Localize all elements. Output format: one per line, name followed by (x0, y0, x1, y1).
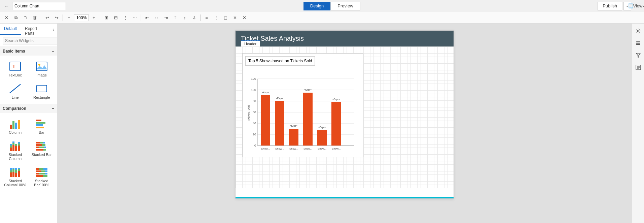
widget-stacked-column[interactable]: Stacked Column (3, 138, 28, 163)
svg-rect-45 (18, 171, 20, 177)
widget-stacked-bar[interactable]: Stacked Bar (29, 138, 55, 163)
new-btn[interactable]: 🗋 (21, 13, 30, 22)
search-bar: 🔍 (0, 35, 57, 47)
widget-textbox[interactable]: T TextBox (3, 58, 28, 79)
row-sep-btn[interactable]: ⋯ (130, 13, 139, 22)
svg-marker-98 (636, 53, 640, 57)
chart-svg: 0 20 40 60 80 100 120 Tickets Sold (247, 70, 358, 151)
publish-button[interactable]: Publish (598, 2, 622, 10)
svg-rect-16 (10, 146, 12, 148)
filter-panel-btn[interactable] (634, 51, 643, 60)
widget-stacked-col100[interactable]: Stacked Column100% (3, 164, 28, 189)
copy-btn[interactable]: ⧉ (11, 13, 20, 22)
design-button[interactable]: Design (303, 2, 330, 10)
more-btn3[interactable]: ◻ (221, 13, 230, 22)
svg-rect-23 (18, 146, 20, 151)
svg-rect-18 (12, 145, 14, 151)
layers-panel-btn[interactable] (634, 38, 643, 48)
settings-panel-btn[interactable] (634, 26, 643, 36)
svg-rect-30 (42, 144, 45, 146)
zoom-out-btn[interactable]: − (65, 13, 73, 22)
svg-text:Show...: Show... (289, 147, 298, 150)
svg-text:Show...: Show... (303, 147, 312, 150)
preview-button[interactable]: Preview (330, 2, 360, 10)
canvas-page: Ticket Sales Analysis Header Top 5 Shows… (235, 30, 454, 199)
stacked-col100-label: Stacked Column100% (4, 179, 27, 187)
right-panel (632, 24, 644, 223)
chart-widget[interactable]: Top 5 Shows based on Tickets Sold 0 20 4… (242, 53, 363, 157)
more-btn5[interactable]: ✕ (240, 13, 249, 22)
svg-rect-56 (45, 173, 47, 174)
header-tab[interactable]: Header (241, 40, 260, 46)
more-btn1[interactable]: ≡ (202, 13, 211, 22)
svg-text:Show...: Show... (332, 147, 341, 150)
svg-text:«Expr»: «Expr» (262, 91, 269, 94)
table-btn[interactable]: ⊟ (111, 13, 120, 22)
widget-image[interactable]: Image (29, 58, 55, 79)
tab-report-parts[interactable]: Report Parts (21, 24, 50, 35)
svg-rect-15 (10, 148, 12, 151)
zoom-in-btn[interactable]: + (90, 13, 98, 22)
svg-rect-12 (36, 122, 45, 124)
stacked-bar100-label: Stacked Bar100% (31, 179, 53, 187)
align-middle-btn[interactable]: ↕ (180, 13, 189, 22)
redo-btn[interactable]: ↪ (52, 13, 61, 22)
align-left-btn[interactable]: ⇤ (143, 13, 151, 22)
svg-rect-53 (45, 170, 47, 172)
back-button[interactable]: ← (3, 2, 11, 10)
svg-rect-36 (10, 172, 12, 177)
panel-tabs: Default Report Parts ‹ (0, 24, 57, 35)
undo-btn[interactable]: ↩ (43, 13, 51, 22)
report-title-input[interactable] (12, 2, 66, 10)
view-button[interactable]: 📃 View ⌄ (633, 2, 641, 10)
svg-rect-34 (36, 149, 43, 151)
svg-point-3 (38, 64, 40, 66)
widget-line[interactable]: Line (3, 81, 28, 101)
zoom-level: 100% (74, 14, 89, 21)
svg-rect-41 (12, 168, 14, 169)
bar-chart-icon (35, 118, 48, 130)
svg-text:«Expr»: «Expr» (332, 98, 340, 101)
comparison-collapse[interactable]: − (52, 106, 54, 111)
svg-rect-33 (44, 147, 46, 148)
widget-column[interactable]: Column (3, 116, 28, 136)
delete-btn[interactable]: 🗑 (30, 13, 39, 22)
search-input[interactable] (3, 37, 58, 44)
widget-bar[interactable]: Bar (29, 116, 55, 136)
svg-rect-17 (10, 144, 12, 146)
align-right-btn[interactable]: ⇥ (162, 13, 170, 22)
tab-default[interactable]: Default (0, 24, 21, 35)
widget-stacked-bar100[interactable]: Stacked Bar100% (29, 164, 55, 189)
svg-text:Show...: Show... (318, 147, 326, 150)
svg-rect-49 (39, 168, 43, 170)
svg-rect-80 (289, 129, 298, 146)
edit-panel-btn[interactable] (634, 63, 643, 72)
svg-text:40: 40 (253, 122, 256, 125)
chart-container: 0 20 40 60 80 100 120 Tickets Sold (243, 68, 363, 157)
collapse-panel-btn[interactable]: ‹ (50, 24, 57, 35)
svg-rect-46 (18, 169, 20, 171)
more-btn4[interactable]: ✕ (230, 13, 239, 22)
chart-title: Top 5 Shows based on Tickets Sold (245, 56, 315, 66)
svg-rect-7 (10, 125, 12, 129)
widget-rectangle[interactable]: Rectangle (29, 81, 55, 101)
close-toolbar-btn[interactable]: ✕ (2, 13, 11, 22)
svg-rect-37 (10, 170, 12, 172)
svg-text:100: 100 (251, 88, 256, 92)
col-sep-btn[interactable]: ⋮ (121, 13, 130, 22)
stacked-bar100-icon (35, 166, 48, 178)
grid-btn[interactable]: ⊞ (102, 13, 111, 22)
canvas-area: Ticket Sales Analysis Header Top 5 Shows… (57, 24, 632, 223)
more-btn2[interactable]: ⋮ (212, 13, 220, 22)
align-center-btn[interactable]: ↔ (152, 13, 161, 22)
filter-icon (636, 53, 641, 58)
align-bottom-btn[interactable]: ⇩ (190, 13, 199, 22)
comparison-widgets-grid: Column Bar (0, 113, 57, 192)
svg-rect-14 (36, 127, 44, 128)
comparison-label: Comparison (3, 106, 26, 111)
top-center: Design Preview (66, 2, 598, 10)
align-top-btn[interactable]: ⇧ (171, 13, 180, 22)
basic-items-collapse[interactable]: − (52, 49, 54, 54)
rectangle-label: Rectangle (33, 95, 50, 99)
column-chart-icon (8, 118, 22, 130)
